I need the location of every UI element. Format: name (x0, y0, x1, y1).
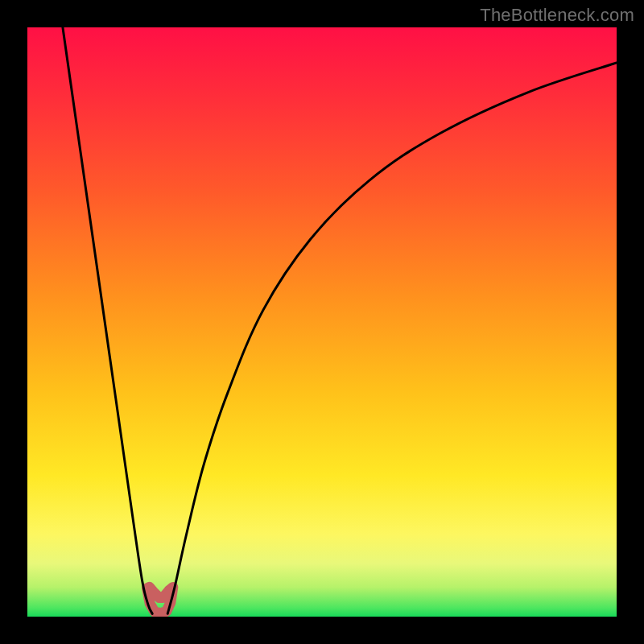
gradient-background (27, 27, 617, 617)
plot-svg (27, 27, 617, 617)
watermark-text: TheBottleneck.com (480, 5, 634, 26)
plot-area (27, 27, 617, 617)
chart-frame: TheBottleneck.com (0, 0, 644, 644)
